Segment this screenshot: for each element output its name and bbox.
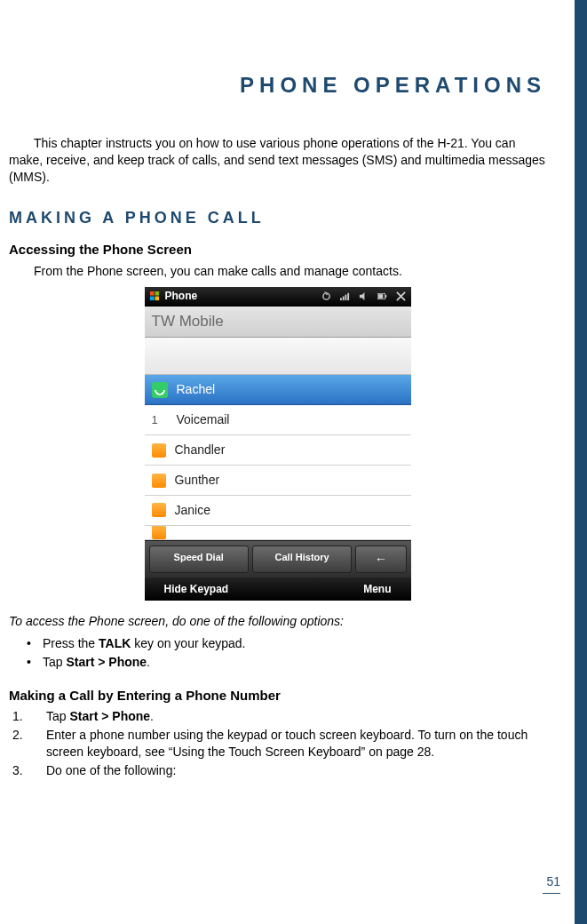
menu-softkey: Menu [363, 582, 391, 596]
text: . [150, 709, 154, 723]
text-strong: Start > Phone [66, 655, 147, 669]
text: key on your keypad. [131, 636, 245, 650]
hide-keypad-softkey: Hide Keypad [164, 582, 229, 596]
windows-flag-icon [150, 291, 160, 301]
text: Press the [43, 636, 99, 650]
section-heading: Making a Phone Call [9, 207, 546, 228]
speed-dial-number: 1 [152, 412, 168, 428]
text: . [147, 655, 150, 669]
list-item: Enter a phone number using the keypad or… [12, 727, 546, 761]
phone-button-strip: Speed Dial Call History ← [145, 540, 411, 578]
subsection-text-accessing: From the Phone screen, you can make call… [34, 263, 546, 280]
phone-status-bar: Phone [145, 287, 411, 307]
contact-row: Gunther [145, 466, 411, 496]
close-icon [396, 291, 406, 301]
contact-card-icon [152, 474, 166, 488]
contact-row: Janice [145, 496, 411, 526]
phone-softkey-bar: Hide Keypad Menu [145, 578, 411, 601]
contact-name: Rachel [177, 381, 216, 398]
svg-rect-7 [345, 295, 346, 300]
contact-name: Chandler [175, 442, 226, 458]
battery-icon [377, 291, 387, 301]
access-instruction-line: To access the Phone screen, do one of th… [9, 613, 546, 630]
carrier-label: TW Mobile [145, 307, 411, 339]
contact-card-icon [152, 443, 166, 458]
contact-row-partial [145, 526, 411, 540]
contact-name: Voicemail [177, 411, 230, 428]
phone-screenshot: Phone TW Mobile Rachel 1 Voicemail Chand… [145, 287, 411, 601]
svg-rect-6 [342, 297, 344, 301]
call-history-button: Call History [252, 546, 352, 573]
status-left: Phone [150, 289, 198, 303]
text: Tap [43, 655, 66, 669]
list-item: Tap Start > Phone. [27, 654, 546, 671]
svg-rect-12 [377, 294, 383, 299]
list-item: Press the TALK key on your keypad. [27, 635, 546, 652]
chapter-title: Phone Operations [9, 71, 546, 100]
status-title: Phone [165, 289, 198, 303]
page-number: 51 [546, 873, 560, 890]
backspace-button: ← [355, 546, 406, 573]
svg-marker-9 [359, 292, 364, 300]
access-options-list: Press the TALK key on your keypad. Tap S… [27, 635, 546, 671]
contact-row-selected: Rachel [145, 375, 411, 405]
svg-rect-3 [155, 297, 159, 301]
text-strong: Start > Phone [69, 709, 150, 723]
subsection-title-accessing: Accessing the Phone Screen [9, 241, 546, 259]
status-right [321, 291, 406, 301]
svg-rect-8 [347, 293, 349, 300]
subsection-title-making-call: Making a Call by Entering a Phone Number [9, 687, 546, 705]
making-call-steps: Tap Start > Phone. Enter a phone number … [12, 708, 546, 779]
speed-dial-button: Speed Dial [149, 546, 249, 573]
svg-rect-0 [150, 291, 155, 296]
svg-rect-2 [150, 297, 155, 301]
signal-icon [340, 291, 350, 301]
intro-paragraph: This chapter instructs you on how to use… [9, 135, 546, 186]
list-item: Tap Start > Phone. [12, 708, 546, 725]
call-received-icon [152, 382, 168, 398]
list-item: Do one of the following: [12, 762, 546, 779]
contact-row: 1 Voicemail [145, 405, 411, 435]
svg-rect-1 [155, 291, 159, 296]
svg-rect-5 [340, 298, 342, 300]
contact-name: Janice [175, 502, 210, 519]
right-margin-bar [575, 0, 587, 924]
page-content: Phone Operations This chapter instructs … [0, 0, 587, 778]
contact-row: Chandler [145, 435, 411, 466]
dial-display-area [145, 338, 411, 375]
contact-card-icon [152, 503, 166, 517]
text: Tap [46, 709, 69, 723]
svg-rect-11 [385, 295, 386, 298]
contact-card-icon [152, 526, 166, 540]
svg-point-4 [322, 293, 329, 299]
volume-icon [359, 291, 369, 301]
text-strong: TALK [99, 636, 131, 650]
contact-name: Gunther [175, 472, 220, 489]
page-number-underline [543, 893, 560, 894]
sync-icon [321, 291, 331, 301]
